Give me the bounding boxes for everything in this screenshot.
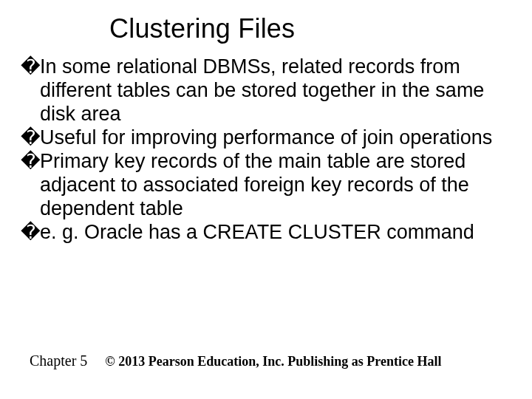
bullet-text: e. g. Oracle has a CREATE CLUSTER comman… bbox=[40, 220, 474, 244]
bullet-icon: � bbox=[21, 55, 40, 78]
bullet-text: Primary key records of the main table ar… bbox=[40, 149, 510, 220]
slide-footer: Chapter 5 © 2013 Pearson Education, Inc.… bbox=[30, 352, 441, 369]
bullet-icon: � bbox=[21, 149, 40, 173]
bullet-icon: � bbox=[21, 126, 40, 149]
list-item: � In some relational DBMSs, related reco… bbox=[21, 55, 510, 126]
slide: Clustering Files � In some relational DB… bbox=[0, 0, 532, 399]
slide-body: � In some relational DBMSs, related reco… bbox=[21, 55, 511, 244]
chapter-label: Chapter 5 bbox=[30, 352, 87, 369]
bullet-text: Useful for improving performance of join… bbox=[40, 126, 492, 149]
copyright-text: © 2013 Pearson Education, Inc. Publishin… bbox=[105, 354, 441, 369]
slide-title: Clustering Files bbox=[109, 13, 511, 44]
list-item: � e. g. Oracle has a CREATE CLUSTER comm… bbox=[21, 220, 510, 244]
bullet-icon: � bbox=[21, 220, 40, 244]
list-item: � Useful for improving performance of jo… bbox=[21, 126, 510, 149]
list-item: � Primary key records of the main table … bbox=[21, 149, 510, 220]
bullet-text: In some relational DBMSs, related record… bbox=[40, 55, 510, 126]
